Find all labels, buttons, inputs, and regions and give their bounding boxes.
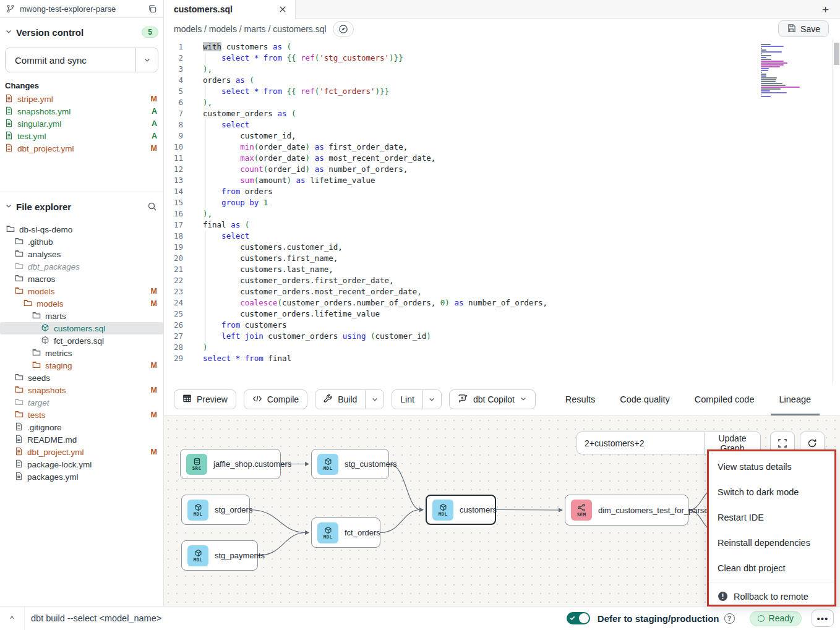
lineage-node-fct_orders[interactable]: MDLfct_orders xyxy=(311,517,380,548)
tree-item-models[interactable]: modelsM xyxy=(0,297,163,310)
tree-item-snapshots[interactable]: snapshotsM xyxy=(0,384,163,396)
tree-item-metrics[interactable]: metrics xyxy=(0,347,163,359)
code-line[interactable]: 5 select * from {{ ref('fct_orders')}} xyxy=(164,86,547,97)
lineage-selector-input[interactable] xyxy=(577,438,704,448)
command-input[interactable] xyxy=(31,613,567,623)
copy-branch-icon[interactable] xyxy=(147,3,158,15)
change-item-singular.yml[interactable]: singular.ymlA xyxy=(0,117,163,130)
code-line[interactable]: 9 customer_id, xyxy=(164,130,547,142)
code-line[interactable]: 17final as ( xyxy=(164,219,547,231)
tree-item-customers.sql[interactable]: customers.sql xyxy=(0,322,163,334)
tree-item-dbt_packages[interactable]: dbt_packages xyxy=(0,260,163,273)
code-line[interactable]: 15 group by 1 xyxy=(164,197,547,208)
lint-button[interactable]: Lint xyxy=(392,390,422,409)
code-line[interactable]: 27 left join customer_orders using (cust… xyxy=(164,331,547,342)
tree-item-target[interactable]: target xyxy=(0,396,163,409)
build-button[interactable]: Build xyxy=(315,390,365,409)
code-line[interactable]: 2 select * from {{ ref('stg_customers')}… xyxy=(164,53,547,64)
tree-item-dbt_project.yml[interactable]: dbt_project.ymlM xyxy=(0,446,163,458)
expand-console-button[interactable]: ^ xyxy=(0,607,25,630)
code-line[interactable]: 20 customers.first_name, xyxy=(164,253,547,264)
tree-item-analyses[interactable]: analyses xyxy=(0,248,163,260)
code-line[interactable]: 22 customer_orders.first_order_date, xyxy=(164,275,547,286)
tab-results[interactable]: Results xyxy=(564,383,596,415)
code-line[interactable]: 6), xyxy=(164,97,547,108)
editor-scrollbar-thumb[interactable] xyxy=(834,43,839,65)
compile-button[interactable]: Compile xyxy=(244,389,307,409)
tree-item-.gitignore[interactable]: .gitignore xyxy=(0,421,163,433)
file-explorer-header[interactable]: File explorer xyxy=(0,196,163,217)
code-line[interactable]: 24 coalesce(customer_orders.number_of_or… xyxy=(164,297,547,309)
tree-item-README.md[interactable]: README.md xyxy=(0,433,163,446)
dbt-copilot-button[interactable]: dbt Copilot xyxy=(449,389,536,409)
tree-item-seeds[interactable]: seeds xyxy=(0,372,163,384)
change-item-test.yml[interactable]: test.ymlA xyxy=(0,130,163,142)
tab-compiled-code[interactable]: Compiled code xyxy=(693,383,756,415)
menu-item-restart-ide[interactable]: Restart IDE xyxy=(709,504,834,530)
menu-item-rollback-to-remote[interactable]: Rollback to remote xyxy=(709,584,834,609)
tree-item-db-sl-qs-demo[interactable]: db-sl-qs-demo xyxy=(0,223,163,236)
menu-item-view-status-details[interactable]: View status details xyxy=(709,454,834,479)
search-icon[interactable] xyxy=(146,200,158,213)
code-line[interactable]: 25 customer_orders.lifetime_value xyxy=(164,309,547,320)
save-button[interactable]: Save xyxy=(778,20,829,37)
version-control-header[interactable]: Version control 5 xyxy=(0,22,163,43)
menu-item-switch-to-dark-mode[interactable]: Switch to dark mode xyxy=(709,479,834,504)
code-line[interactable]: 10 min(order_date) as first_order_date, xyxy=(164,142,547,153)
tree-item-.github[interactable]: .github xyxy=(0,236,163,248)
code-line[interactable]: 8 select xyxy=(164,119,547,130)
close-icon[interactable] xyxy=(278,4,288,14)
menu-item-clean-dbt-project[interactable]: Clean dbt project xyxy=(709,555,834,581)
code-line[interactable]: 1with customers as ( xyxy=(164,41,547,53)
tree-item-packages.yml[interactable]: packages.yml xyxy=(0,470,163,483)
build-options-caret[interactable] xyxy=(365,390,384,409)
lint-options-caret[interactable] xyxy=(422,390,441,409)
menu-item-reinstall-dependencies[interactable]: Reinstall dependencies xyxy=(709,530,834,555)
tree-item-fct_orders.sql[interactable]: fct_orders.sql xyxy=(0,334,163,347)
more-options-button[interactable]: ••• xyxy=(812,610,834,627)
preview-button[interactable]: Preview xyxy=(174,389,236,409)
tree-item-tests[interactable]: testsM xyxy=(0,409,163,421)
lineage-node-stg_orders[interactable]: MDLstg_orders xyxy=(181,495,250,525)
code-line[interactable]: 4orders as ( xyxy=(164,75,547,86)
code-line[interactable]: 11 max(order_date) as most_recent_order_… xyxy=(164,153,547,164)
code-line[interactable]: 29select * from final xyxy=(164,353,547,364)
lineage-node-jaffle_shop.customers[interactable]: SRCjaffle_shop.customers xyxy=(180,449,281,479)
lineage-node-dim_customers_test_for_parse[interactable]: SEMdim_customers_test_for_parse xyxy=(565,495,688,526)
commit-options-caret[interactable] xyxy=(135,48,158,72)
help-icon[interactable]: ? xyxy=(724,613,735,624)
change-item-dbt_project.yml[interactable]: dbt_project.ymlM xyxy=(0,142,163,155)
tree-item-models[interactable]: modelsM xyxy=(0,285,163,297)
defer-toggle[interactable] xyxy=(567,612,590,624)
change-item-snapshots.yml[interactable]: snapshots.ymlA xyxy=(0,105,163,117)
explorer-compass-icon[interactable] xyxy=(333,21,354,37)
code-line[interactable]: 21 customers.last_name, xyxy=(164,264,547,275)
code-line[interactable]: 13 sum(amount) as lifetime_value xyxy=(164,175,547,186)
code-line[interactable]: 7customer_orders as ( xyxy=(164,108,547,119)
tab-lineage[interactable]: Lineage xyxy=(778,383,813,415)
tab-customers-sql[interactable]: customers.sql xyxy=(164,0,296,19)
code-line[interactable]: 23 customer_orders.most_recent_order_dat… xyxy=(164,286,547,297)
new-tab-button[interactable]: + xyxy=(822,4,829,15)
code-line[interactable]: 18 select xyxy=(164,231,547,242)
code-line[interactable]: 14 from orders xyxy=(164,186,547,197)
minimap[interactable] xyxy=(761,44,803,98)
code-line[interactable]: 28) xyxy=(164,342,547,353)
tree-item-package-lock.yml[interactable]: package-lock.yml xyxy=(0,458,163,470)
lineage-node-stg_payments[interactable]: MDLstg_payments xyxy=(181,540,258,571)
lineage-node-stg_customers[interactable]: MDLstg_customers xyxy=(311,449,389,479)
code-line[interactable]: 26 from customers xyxy=(164,320,547,331)
code-line[interactable]: 3), xyxy=(164,64,547,75)
code-editor[interactable]: 1with customers as (2 select * from {{ r… xyxy=(164,39,840,383)
lineage-node-customers[interactable]: MDLcustomers xyxy=(426,495,496,525)
code-line[interactable]: 19 customers.customer_id, xyxy=(164,242,547,253)
commit-and-sync-button[interactable]: Commit and sync xyxy=(6,48,135,72)
tree-item-macros[interactable]: macros xyxy=(0,273,163,285)
tree-item-marts[interactable]: marts xyxy=(0,310,163,322)
tree-item-staging[interactable]: stagingM xyxy=(0,359,163,372)
change-item-stripe.yml[interactable]: stripe.ymlM xyxy=(0,93,163,105)
code-line[interactable]: 12 count(order_id) as number_of_orders, xyxy=(164,164,547,175)
tab-code-quality[interactable]: Code quality xyxy=(619,383,671,415)
code-line[interactable]: 16), xyxy=(164,208,547,219)
sidebar: mwong-test-explorer-parse Version contro… xyxy=(0,0,164,606)
